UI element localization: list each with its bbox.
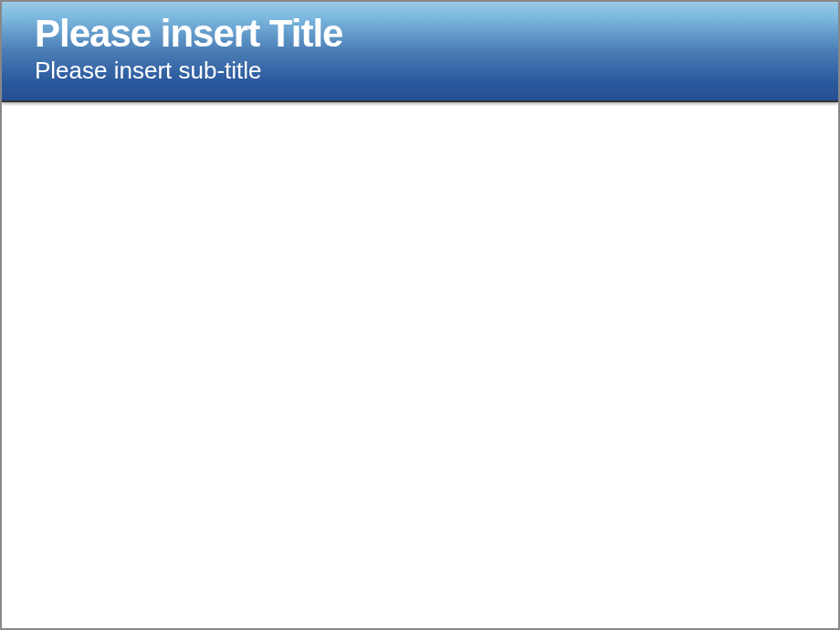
slide-subtitle[interactable]: Please insert sub-title bbox=[35, 57, 838, 85]
slide-container: Please insert Title Please insert sub-ti… bbox=[2, 2, 838, 628]
slide-title[interactable]: Please insert Title bbox=[35, 15, 838, 53]
content-area[interactable] bbox=[2, 102, 838, 628]
header-band: Please insert Title Please insert sub-ti… bbox=[2, 2, 838, 102]
